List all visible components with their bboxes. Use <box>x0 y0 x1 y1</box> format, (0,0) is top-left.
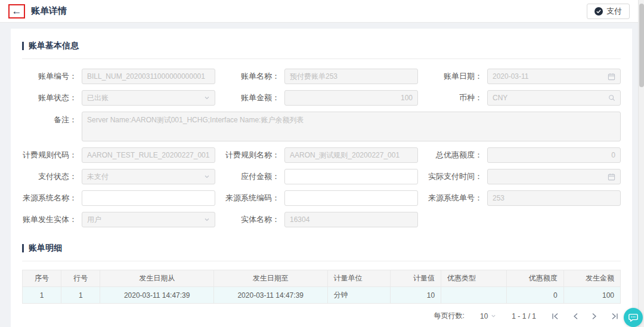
cell-quantity: 10 <box>390 287 441 304</box>
page-title: 账单详情 <box>31 5 67 17</box>
section-accent-bar <box>22 42 24 50</box>
prev-page-button[interactable] <box>572 313 578 320</box>
cell-seq: 1 <box>23 287 61 304</box>
col-discount-amount: 优惠额度 <box>507 270 564 287</box>
field-currency: 币种： CNY <box>428 90 621 106</box>
col-date-to: 发生日期至 <box>213 270 327 287</box>
detail-section-title: 账单明细 <box>29 243 62 254</box>
section-divider <box>22 261 621 261</box>
source-sys-num-input[interactable]: 253 <box>487 190 621 206</box>
col-discount-type: 优惠类型 <box>441 270 507 287</box>
rule-code-input[interactable]: AARON_TEST_RULE_20200227_001 <box>82 147 215 163</box>
source-sys-name-label: 来源系统名称： <box>22 193 82 203</box>
bill-name-label: 账单名称： <box>225 71 284 82</box>
field-actual-pay-time: 实际支付时间： <box>428 169 621 184</box>
bill-name-input[interactable]: 预付费账单253 <box>284 69 418 84</box>
next-page-button[interactable] <box>592 313 597 320</box>
cell-amount: 100 <box>564 287 620 304</box>
bill-entity-select[interactable]: 用户 <box>82 212 215 227</box>
calendar-icon <box>608 173 615 181</box>
feedback-chat-button[interactable] <box>624 308 643 327</box>
rows-per-page-label: 每页行数: <box>434 311 465 321</box>
detail-section-header: 账单明细 <box>22 243 621 254</box>
pay-button[interactable]: 支付 <box>587 4 630 19</box>
empty-cell <box>428 212 621 227</box>
pay-button-label: 支付 <box>606 6 622 17</box>
chevron-down-icon <box>204 95 210 101</box>
basic-info-form: 账单编号： BILL_NUM_20200311000000000001 账单名称… <box>22 69 621 227</box>
cell-date-from: 2020-03-11 14:47:39 <box>100 287 214 304</box>
scrollbar-track[interactable] <box>638 0 644 327</box>
rule-name-input[interactable]: AARON_测试规则_20200227_001 <box>284 147 418 163</box>
remark-textarea[interactable]: Server Name:AARON测试001_HCHG;Interface Na… <box>82 112 621 141</box>
bill-num-label: 账单编号： <box>22 71 82 82</box>
col-unit: 计量单位 <box>327 270 390 287</box>
bill-num-input[interactable]: BILL_NUM_20200311000000000001 <box>82 69 215 84</box>
source-sys-code-input[interactable] <box>284 190 418 206</box>
payable-amount-input[interactable] <box>284 169 418 184</box>
field-remark: 备注： Server Name:AARON测试001_HCHG;Interfac… <box>22 112 621 141</box>
last-page-button[interactable] <box>611 313 618 320</box>
field-rule-name: 计费规则名称： AARON_测试规则_20200227_001 <box>225 147 418 163</box>
pagination-bar: 每页行数: 10 1 - 1 / 1 <box>22 311 621 321</box>
bill-entity-label: 账单发生实体： <box>22 214 82 225</box>
field-bill-date: 账单日期： 2020-03-11 <box>428 69 621 84</box>
rows-per-page-value: 10 <box>480 312 488 320</box>
source-sys-code-label: 来源系统编码： <box>225 193 284 203</box>
rule-name-label: 计费规则名称： <box>225 150 284 161</box>
table-header-row: 序号 行号 发生日期从 发生日期至 计量单位 计量值 优惠类型 优惠额度 发生金… <box>23 270 621 287</box>
total-discount-input[interactable]: 0 <box>487 147 621 163</box>
actual-pay-time-picker[interactable] <box>487 169 621 184</box>
currency-label: 币种： <box>428 92 487 103</box>
currency-lookup-input[interactable]: CNY <box>487 90 621 106</box>
table-row[interactable]: 1 1 2020-03-11 14:47:39 2020-03-11 14:47… <box>23 287 621 304</box>
chevron-down-icon <box>491 313 496 319</box>
field-rule-code: 计费规则代码： AARON_TEST_RULE_20200227_001 <box>22 147 215 163</box>
bill-status-label: 账单状态： <box>22 92 82 103</box>
bill-date-picker[interactable]: 2020-03-11 <box>487 69 621 84</box>
chevron-down-icon <box>204 174 210 180</box>
basic-info-section-header: 账单基本信息 <box>22 41 621 51</box>
cell-discount-amount: 0 <box>507 287 564 304</box>
field-entity-name: 实体名称： 16304 <box>225 212 418 227</box>
section-accent-bar <box>22 244 24 252</box>
source-sys-num-label: 来源系统单号： <box>428 193 487 203</box>
col-date-from: 发生日期从 <box>100 270 214 287</box>
back-icon[interactable]: ← <box>12 6 22 16</box>
field-bill-status: 账单状态： 已出账 <box>22 90 215 106</box>
payable-amount-label: 应付金额： <box>225 171 284 182</box>
field-bill-num: 账单编号： BILL_NUM_20200311000000000001 <box>22 69 215 84</box>
field-bill-amount: 账单金额： 100 <box>225 90 418 106</box>
pay-status-select[interactable]: 未支付 <box>82 169 215 184</box>
col-quantity: 计量值 <box>390 270 441 287</box>
entity-name-label: 实体名称： <box>225 214 284 225</box>
chat-bubble-icon <box>628 312 639 323</box>
chevron-down-icon <box>204 217 210 223</box>
field-source-sys-num: 来源系统单号： 253 <box>428 190 621 206</box>
section-divider <box>22 58 621 59</box>
field-total-discount: 总优惠额度： 0 <box>428 147 621 163</box>
bill-amount-input[interactable]: 100 <box>284 90 418 106</box>
bill-status-select[interactable]: 已出账 <box>82 90 215 106</box>
field-source-sys-name: 来源系统名称： <box>22 190 215 206</box>
page-range-text: 1 - 1 / 1 <box>512 312 536 320</box>
total-discount-label: 总优惠额度： <box>428 150 487 161</box>
bill-date-label: 账单日期： <box>428 71 487 82</box>
actual-pay-time-label: 实际支付时间： <box>428 171 487 182</box>
source-sys-name-input[interactable] <box>82 190 215 206</box>
remark-label: 备注： <box>22 112 82 125</box>
check-circle-icon <box>595 7 603 16</box>
field-bill-entity: 账单发生实体： 用户 <box>22 212 215 227</box>
pagination-controls <box>552 313 618 320</box>
basic-info-section-title: 账单基本信息 <box>29 41 79 51</box>
rows-per-page-select[interactable]: 10 <box>480 312 496 320</box>
rule-code-label: 计费规则代码： <box>22 150 82 161</box>
scrollbar-thumb[interactable] <box>639 4 644 87</box>
cell-date-to: 2020-03-11 14:47:39 <box>213 287 327 304</box>
entity-name-input[interactable]: 16304 <box>284 212 418 227</box>
field-pay-status: 支付状态： 未支付 <box>22 169 215 184</box>
bill-detail-table: 序号 行号 发生日期从 发生日期至 计量单位 计量值 优惠类型 优惠额度 发生金… <box>22 270 621 304</box>
first-page-button[interactable] <box>552 313 559 320</box>
field-source-sys-code: 来源系统编码： <box>225 190 418 206</box>
back-button-annotation-box: ← <box>8 4 25 18</box>
